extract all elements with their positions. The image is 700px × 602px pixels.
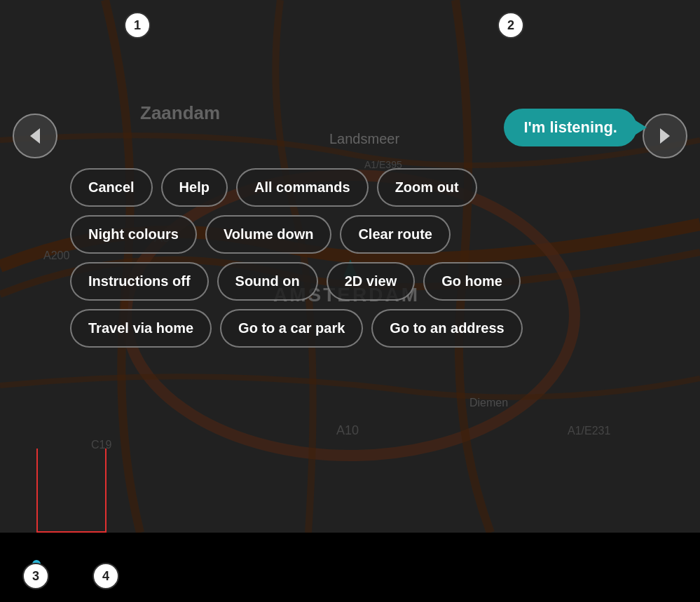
callout-2: 2 [497,12,524,39]
travel-via-home-button[interactable]: Travel via home [70,309,212,348]
nav-back-button[interactable] [13,114,57,158]
clear-route-button[interactable]: Clear route [340,215,451,254]
callout-1: 1 [124,12,151,39]
zoom-out-button[interactable]: Zoom out [377,168,477,207]
callout-34-connector [36,531,107,533]
svg-marker-13 [30,128,40,144]
callout-4-line [105,449,107,533]
commands-row-1: Cancel Help All commands Zoom out [70,168,686,207]
volume-down-button[interactable]: Volume down [205,215,332,254]
commands-grid: Cancel Help All commands Zoom out Night … [70,168,686,348]
cancel-button[interactable]: Cancel [70,168,153,207]
go-to-address-button[interactable]: Go to an address [371,309,522,348]
callout-3-line [36,449,38,533]
listening-text: I'm listening. [523,118,617,136]
instructions-off-button[interactable]: Instructions off [70,262,209,301]
callout-4: 4 [92,563,119,589]
commands-row-2: Night colours Volume down Clear route [70,215,686,254]
go-to-car-park-button[interactable]: Go to a car park [220,309,363,348]
nav-location-button[interactable] [643,114,687,158]
all-commands-button[interactable]: All commands [236,168,369,207]
callout-3: 3 [22,563,49,589]
svg-marker-14 [660,128,670,144]
go-home-button[interactable]: Go home [423,262,521,301]
help-button[interactable]: Help [161,168,228,207]
night-colours-button[interactable]: Night colours [70,215,197,254]
commands-row-4: Travel via home Go to a car park Go to a… [70,309,686,348]
sound-on-button[interactable]: Sound on [217,262,318,301]
2d-view-button[interactable]: 2D view [327,262,415,301]
speech-bubble: I'm listening. [504,109,637,146]
commands-row-3: Instructions off Sound on 2D view Go hom… [70,262,686,301]
